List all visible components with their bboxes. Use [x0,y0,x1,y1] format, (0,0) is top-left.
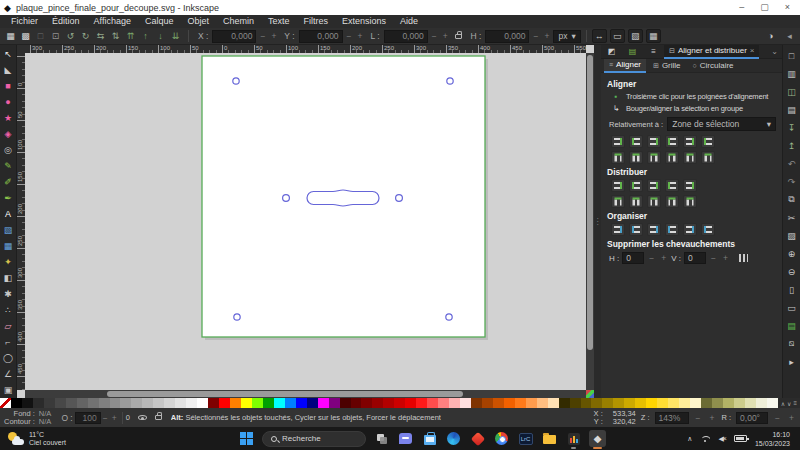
inkscape-taskbar-button[interactable]: ◆ [589,430,606,447]
palette-swatch[interactable] [120,398,131,408]
palette-swatch[interactable] [515,398,526,408]
zoom-out-icon[interactable]: ⊖ [784,263,800,280]
flip-vertical-icon[interactable]: ⇅ [108,29,123,43]
undo-icon[interactable]: ↶ [784,155,800,172]
palette-swatch[interactable] [635,398,646,408]
palette-swatch[interactable] [55,398,66,408]
text-tool[interactable]: A [1,206,16,222]
palette-swatch[interactable] [197,398,208,408]
palette-swatch[interactable] [449,398,460,408]
text-align-vertical[interactable] [701,151,715,164]
palette-swatch[interactable] [668,398,679,408]
layer-visibility-eye-icon[interactable] [138,415,147,420]
palette-swatch[interactable] [613,398,624,408]
raise-to-top-icon[interactable]: ⇈ [123,29,138,43]
palette-swatch[interactable] [405,398,416,408]
subtab-aligner[interactable]: ≡ Aligner [604,59,646,73]
star-tool[interactable]: ★ [1,110,16,126]
raise-icon[interactable]: ↑ [138,29,153,43]
center-vertical-axis[interactable] [647,135,661,148]
zoom-down[interactable]: − [694,413,703,423]
cut-icon[interactable]: ✂ [784,209,800,226]
align-bottom-to-top-edge[interactable] [611,151,625,164]
opacity-field[interactable]: 100 [75,412,101,424]
rotate-cw-icon[interactable]: ↻ [78,29,93,43]
align-top-edges[interactable] [629,151,643,164]
microsoft-store-button[interactable] [421,430,438,447]
palette-swatch[interactable] [131,398,142,408]
palette-swatch[interactable] [723,398,734,408]
palette-swatch[interactable] [175,398,186,408]
palette-swatch[interactable] [767,398,778,408]
zoom-field[interactable]: 143% [655,412,689,424]
palette-swatch[interactable] [416,398,427,408]
align-bottom-edges[interactable] [665,151,679,164]
menu-item[interactable]: Édition [45,15,87,28]
palette-swatch[interactable] [460,398,471,408]
palette-swatch[interactable] [690,398,701,408]
tweak-tool[interactable]: ✱ [1,286,16,302]
palette-swatch[interactable] [318,398,329,408]
palette-scroll-down-icon[interactable]: ∨ [787,400,791,407]
palette-swatch[interactable] [646,398,657,408]
snap-toggle[interactable]: ◑ [763,29,778,43]
scale-stroke-toggle[interactable]: ↔ [592,29,607,43]
restore-button[interactable]: ▢ [760,0,769,15]
rotation-up[interactable]: + [787,413,796,423]
palette-swatch[interactable] [602,398,613,408]
overlap-v-down[interactable]: − [709,253,718,263]
exchange-clockwise[interactable] [665,223,679,236]
layer-indicator[interactable]: 0 [126,413,130,422]
rotation-field[interactable]: 0,00° [736,412,768,424]
palette-swatch[interactable] [394,398,405,408]
bezier-tool[interactable]: ✐ [1,174,16,190]
palette-swatch[interactable] [471,398,482,408]
align-left-edges[interactable] [629,135,643,148]
distribute-left-edges[interactable] [611,179,625,192]
vertical-scrollbar-thumb[interactable] [587,55,593,350]
menu-item[interactable]: Affichage [87,15,138,28]
paste-icon[interactable]: ▨ [784,227,800,244]
palette-swatch[interactable] [219,398,230,408]
palette-swatch[interactable] [734,398,745,408]
palette-swatch[interactable] [701,398,712,408]
save-document-icon[interactable]: ◫ [784,83,800,100]
unit-dropdown[interactable]: px▾ [553,30,580,43]
palette-swatch[interactable] [745,398,756,408]
layers-tab-icon[interactable]: ≡ [643,47,664,56]
weather-widget[interactable]: 11°CCiel couvert [0,431,200,447]
duplicate-icon[interactable]: ▤ [784,317,800,334]
exchange-selection-order[interactable] [629,223,643,236]
arrange-grid[interactable] [611,223,625,236]
dropper-tool[interactable]: ✦ [1,254,16,270]
spray-tool[interactable]: ∴ [1,302,16,318]
palette-swatch[interactable] [438,398,449,408]
menu-item[interactable]: Filtres [297,15,336,28]
tab-aligner-et-distribuer[interactable]: ⊟ Aligner et distribuer × [664,45,759,59]
palette-swatch[interactable] [142,398,153,408]
palette-swatch[interactable] [186,398,197,408]
clone-icon[interactable]: ⧅ [784,335,800,352]
palette-swatch[interactable] [756,398,767,408]
palette-swatch[interactable] [99,398,110,408]
palette-swatch[interactable] [493,398,504,408]
palette-swatch[interactable] [252,398,263,408]
palette-swatch[interactable] [77,398,88,408]
palette-swatch[interactable] [296,398,307,408]
equal-horizontal-gaps[interactable] [665,179,679,192]
lower-icon[interactable]: ↓ [153,29,168,43]
palette-swatch[interactable] [372,398,383,408]
node-tool[interactable]: ◣ [1,62,16,78]
exchange-stacking-order[interactable] [647,223,661,236]
eraser-tool[interactable]: ▱ [1,318,16,334]
palette-swatch[interactable] [44,398,55,408]
palette-swatch[interactable] [66,398,77,408]
measure-tool[interactable]: ∠ [1,366,16,382]
align-top-to-bottom-edge[interactable] [683,151,697,164]
subtab-grille[interactable]: ⊞ Grille [648,59,686,73]
palette-swatch[interactable] [88,398,99,408]
red-diamond-app-button[interactable] [469,430,486,447]
zoom-in-icon[interactable]: ⊕ [784,245,800,262]
zoom-tool[interactable]: ◯ [1,350,16,366]
select-all-icon[interactable]: ▦ [3,29,18,43]
